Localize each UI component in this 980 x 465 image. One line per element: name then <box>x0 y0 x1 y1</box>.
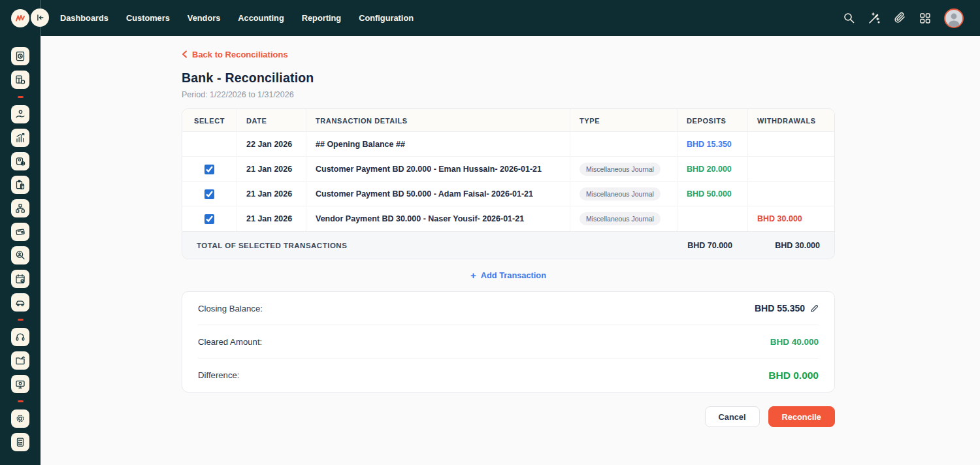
apps-grid-icon[interactable] <box>919 12 932 25</box>
menu-item-reporting[interactable]: Reporting <box>302 13 341 23</box>
deposit-cell: BHD 20.000 <box>678 157 748 182</box>
sidebar-app-calendar-check[interactable] <box>11 270 29 288</box>
menu-item-configuration[interactable]: Configuration <box>359 13 414 23</box>
table-row: 22 Jan 2026## Opening Balance ##BHD 15.3… <box>182 132 834 157</box>
journal-type-badge: Miscellaneous Journal <box>580 163 661 176</box>
sidebar-app-ledger-clock[interactable] <box>11 47 29 65</box>
details-cell: Customer Payment BD 20.000 - Eman Hussai… <box>306 157 570 182</box>
sidebar-app-growth-chart[interactable] <box>11 129 29 147</box>
row-select-checkbox[interactable] <box>204 165 214 174</box>
sidebar-app-card-machine[interactable] <box>11 223 29 241</box>
journal-type-badge: Miscellaneous Journal <box>580 212 661 225</box>
growth-chart-icon <box>15 133 25 143</box>
column-header-select: SELECT <box>182 109 237 132</box>
total-withdrawals: BHD 30.000 <box>748 241 835 250</box>
sidebar-app-gear[interactable] <box>11 409 29 428</box>
plus-icon: + <box>470 270 476 280</box>
sidebar-app-calculator-mouse[interactable] <box>11 71 29 89</box>
clipboard-calculator-icon <box>15 180 25 190</box>
car-icon <box>15 297 25 308</box>
column-header-type: TYPE <box>570 109 678 132</box>
page-period: Period: 1/22/2026 to 1/31/2026 <box>182 90 980 99</box>
sidebar-app-pos-terminal[interactable] <box>11 433 29 451</box>
pos-terminal-icon <box>15 437 25 447</box>
row-select-checkbox[interactable] <box>204 214 214 224</box>
sidebar-app-org-boxes[interactable] <box>11 199 29 217</box>
row-select-checkbox[interactable] <box>204 189 214 199</box>
main-content: Back to Reconciliations Bank - Reconcili… <box>41 36 980 465</box>
table-header-row: SELECTDATETRANSACTION DETAILSTYPEDEPOSIT… <box>182 109 834 132</box>
type-cell: Miscellaneous Journal <box>570 182 678 206</box>
reconciliation-table: SELECTDATETRANSACTION DETAILSTYPEDEPOSIT… <box>182 108 835 259</box>
column-header-transaction-details: TRANSACTION DETAILS <box>306 109 570 132</box>
summary-label: Cleared Amount: <box>198 337 262 347</box>
sidebar-app-search-person[interactable] <box>11 246 29 265</box>
type-cell <box>570 132 678 157</box>
person-silhouette-icon <box>945 11 962 27</box>
summary-label: Closing Balance: <box>198 304 263 313</box>
org-boxes-icon <box>15 203 25 214</box>
date-cell: 21 Jan 2026 <box>237 157 306 182</box>
sidebar-app-folder-doc[interactable] <box>11 351 29 370</box>
calculator-mouse-icon <box>15 74 25 85</box>
summary-value-group: BHD 0.000 <box>768 370 819 381</box>
column-header-withdrawals: WITHDRAWALS <box>748 109 835 132</box>
withdrawal-cell <box>748 157 835 182</box>
summary-row: Closing Balance:BHD 55.350 <box>198 292 819 325</box>
reconcile-button[interactable]: Reconcile <box>768 406 835 427</box>
app-logo[interactable] <box>11 9 29 27</box>
add-transaction-button[interactable]: + Add Transaction <box>470 270 546 280</box>
menu-item-dashboards[interactable]: Dashboards <box>60 13 108 23</box>
summary-row: Cleared Amount:BHD 40.000 <box>198 325 819 359</box>
menu-item-accounting[interactable]: Accounting <box>238 13 284 23</box>
edit-closing-balance-button[interactable] <box>810 304 819 313</box>
sidebar-app-car[interactable] <box>11 293 29 312</box>
pencil-icon <box>810 304 819 313</box>
column-header-date: DATE <box>237 109 306 132</box>
back-to-reconciliations-link[interactable]: Back to Reconciliations <box>182 50 288 59</box>
payroll-hand-icon <box>15 109 25 120</box>
table-row: 21 Jan 2026Vendor Payment BD 30.000 - Na… <box>182 206 834 231</box>
search-icon[interactable] <box>842 12 855 25</box>
back-link-label: Back to Reconciliations <box>192 50 288 59</box>
page-title: Bank - Reconciliation <box>182 71 980 86</box>
date-cell: 21 Jan 2026 <box>237 206 306 231</box>
summary-value-group: BHD 55.350 <box>755 303 819 313</box>
select-cell <box>182 182 237 206</box>
withdrawal-cell <box>748 182 835 206</box>
sidebar-app-scale-add[interactable] <box>11 152 29 170</box>
topbar-menu: DashboardsCustomersVendorsAccountingRepo… <box>60 13 414 23</box>
select-cell <box>182 132 237 157</box>
add-transaction-row: + Add Transaction <box>182 270 835 280</box>
deposit-cell <box>678 206 748 231</box>
select-cell <box>182 206 237 231</box>
calendar-check-icon <box>15 274 25 284</box>
sidebar-app-clipboard-calculator[interactable] <box>11 176 29 194</box>
sidebar-collapse-button[interactable] <box>31 8 49 27</box>
sidebar-app-payroll-hand[interactable] <box>11 105 29 123</box>
sidebar-app-monitor[interactable] <box>11 375 29 393</box>
summary-label: Difference: <box>198 370 240 380</box>
sidebar <box>0 36 41 465</box>
menu-item-vendors[interactable]: Vendors <box>188 13 221 23</box>
card-machine-icon <box>15 227 25 237</box>
type-cell: Miscellaneous Journal <box>570 157 678 182</box>
cancel-button[interactable]: Cancel <box>705 406 760 427</box>
user-avatar[interactable] <box>944 8 964 28</box>
table-body: 22 Jan 2026## Opening Balance ##BHD 15.3… <box>182 132 834 231</box>
topbar: DashboardsCustomersVendorsAccountingRepo… <box>0 0 980 36</box>
paperclip-icon[interactable] <box>893 12 906 25</box>
magic-wand-icon[interactable] <box>868 12 881 25</box>
total-deposits: BHD 70.000 <box>678 241 748 250</box>
type-cell: Miscellaneous Journal <box>570 206 678 231</box>
gear-icon <box>15 413 25 424</box>
sidebar-separator <box>18 96 24 98</box>
folder-doc-icon <box>15 355 25 366</box>
total-label: TOTAL OF SELECTED TRANSACTIONS <box>182 242 678 249</box>
details-cell: Vendor Payment BD 30.000 - Naser Yousif-… <box>306 206 570 231</box>
add-transaction-label: Add Transaction <box>481 270 546 280</box>
sidebar-app-headset[interactable] <box>11 328 29 346</box>
monitor-icon <box>15 379 25 389</box>
menu-item-customers[interactable]: Customers <box>126 13 170 23</box>
select-cell <box>182 157 237 182</box>
